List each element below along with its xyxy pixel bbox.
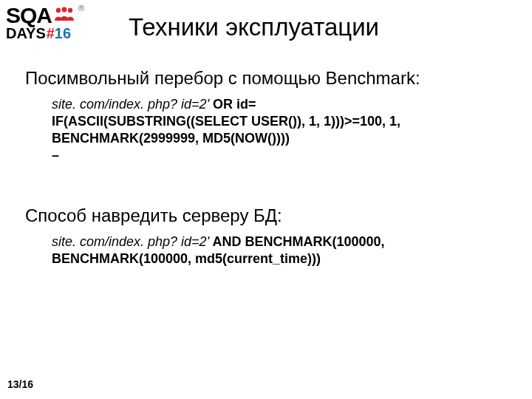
registered-mark: ® (78, 4, 84, 13)
svg-point-0 (56, 8, 61, 13)
logo-hash: # (47, 25, 55, 42)
svg-point-2 (68, 8, 72, 13)
code2-ital: site. com/index. php? id=2' (52, 234, 209, 249)
page-number: 13/16 (7, 378, 33, 390)
code1-bold3: – (52, 148, 59, 163)
logo-sqa-text: SQA (6, 4, 52, 27)
section1-code: site. com/index. php? id=2' OR id= IF(AS… (52, 96, 495, 164)
logo-days-text: DAYS (6, 25, 46, 42)
code1-bold2: IF(ASCII(SUBSTRING((SELECT USER()), 1, 1… (52, 114, 400, 146)
section1-heading: Посимвольный перебор с помощью Benchmark… (25, 68, 420, 89)
people-icon (53, 6, 75, 22)
svg-point-1 (62, 7, 67, 13)
code1-bold1: OR id= (209, 97, 256, 112)
section2-heading: Способ навредить серверу БД: (25, 205, 282, 226)
logo-days-row: DAYS # 16 (6, 25, 102, 42)
logo-top-row: SQA ® (6, 4, 102, 27)
section2-code: site. com/index. php? id=2' AND BENCHMAR… (52, 233, 510, 267)
page-title: Техники эксплуатации (129, 13, 379, 41)
logo: SQA ® DAYS # 16 (6, 4, 102, 42)
logo-number: 16 (55, 25, 71, 42)
code1-ital: site. com/index. php? id=2' (52, 97, 209, 112)
